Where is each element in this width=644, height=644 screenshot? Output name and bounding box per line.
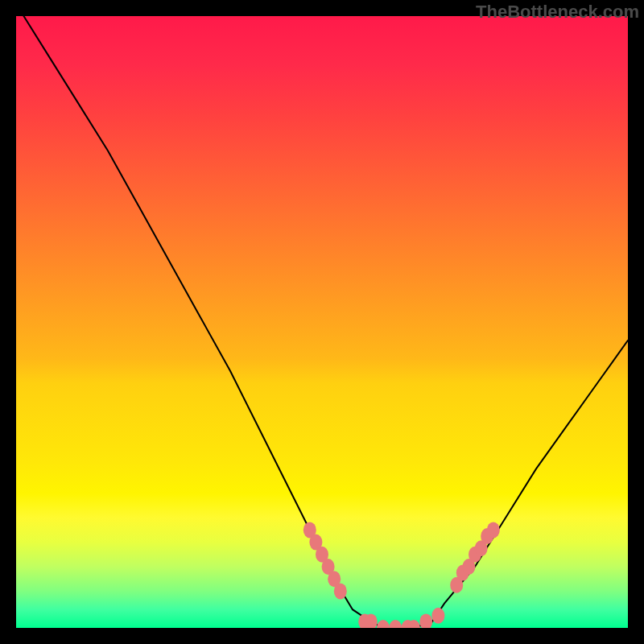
- data-marker: [377, 620, 390, 628]
- bottleneck-curve: [16, 16, 628, 628]
- data-marker: [419, 613, 432, 628]
- watermark-text: TheBottleneck.com: [476, 2, 639, 23]
- data-marker: [487, 522, 500, 538]
- data-markers: [303, 522, 500, 628]
- data-marker: [334, 583, 347, 599]
- data-marker: [431, 608, 444, 624]
- data-marker: [389, 620, 402, 628]
- chart-container: TheBottleneck.com: [0, 0, 644, 644]
- chart-svg: [16, 16, 628, 628]
